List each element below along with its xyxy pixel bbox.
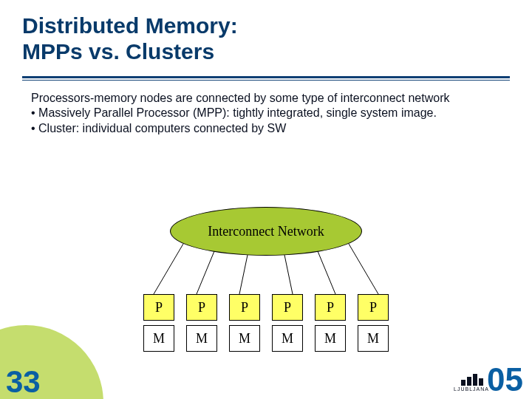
year-suffix: 05 — [487, 364, 523, 396]
processor-box: P — [315, 294, 346, 321]
processor-box: P — [358, 294, 389, 321]
slide-title-block: Distributed Memory: MPPs vs. Clusters — [0, 0, 532, 70]
svg-rect-7 — [467, 377, 471, 386]
svg-rect-6 — [461, 380, 466, 386]
svg-line-1 — [197, 251, 214, 294]
memory-row: M M M M M M — [143, 325, 389, 352]
svg-line-5 — [349, 244, 378, 294]
slide-title-line1: Distributed Memory: — [22, 13, 238, 38]
svg-rect-8 — [473, 374, 477, 386]
slide-body: Processors-memory nodes are connected by… — [0, 81, 480, 136]
processor-box: P — [229, 294, 260, 321]
logo-text: LJUBLJANA — [454, 386, 489, 392]
svg-rect-9 — [479, 378, 483, 386]
slide-number: 33 — [6, 366, 41, 398]
body-bullet-1: Massively Parallel Processor (MPP): tigh… — [38, 106, 437, 119]
slide-title-line2: MPPs vs. Clusters — [22, 39, 214, 64]
body-intro: Processors-memory nodes are connected by… — [31, 92, 450, 104]
logo-icon — [460, 374, 483, 386]
svg-line-2 — [239, 255, 248, 294]
svg-line-4 — [318, 251, 335, 294]
processor-box: P — [186, 294, 217, 321]
slide-title: Distributed Memory: MPPs vs. Clusters — [22, 13, 510, 64]
interconnect-network: Interconnect Network — [170, 207, 362, 256]
memory-box: M — [272, 325, 303, 352]
memory-box: M — [229, 325, 260, 352]
processor-box: P — [272, 294, 303, 321]
body-bullet-2: Cluster: individual computers connected … — [38, 122, 286, 134]
processor-box: P — [143, 294, 174, 321]
university-logo: LJUBLJANA — [454, 374, 489, 392]
memory-box: M — [186, 325, 217, 352]
processor-row: P P P P P P — [143, 294, 389, 321]
memory-box: M — [358, 325, 389, 352]
memory-box: M — [315, 325, 346, 352]
svg-line-3 — [284, 255, 293, 294]
svg-line-0 — [154, 244, 183, 294]
memory-box: M — [143, 325, 174, 352]
interconnect-label: Interconnect Network — [208, 224, 324, 239]
architecture-diagram: Interconnect Network P P P P P P M M M M… — [103, 207, 429, 355]
